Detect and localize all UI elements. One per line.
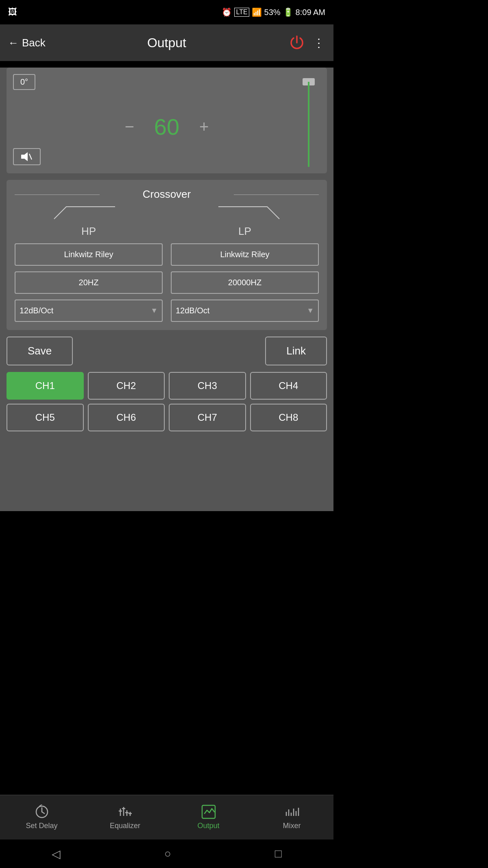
volume-increase-button[interactable]: + (199, 118, 209, 135)
output-icon (201, 805, 216, 819)
actions-row: Save Link (7, 337, 327, 365)
lp-frequency-button[interactable]: 20000HZ (171, 271, 319, 294)
channel-2-button[interactable]: CH2 (88, 372, 165, 400)
battery-icon: 🔋 (283, 7, 293, 17)
lp-label: LP (238, 225, 251, 238)
volume-section: 0° − 60 + (7, 68, 327, 173)
svg-line-2 (29, 154, 32, 160)
back-label: Back (22, 37, 46, 49)
crossover-section: Crossover HP Linkwitz Riley 20HZ 12dB/Oc… (7, 180, 327, 330)
status-bar: 🖼 ⏰ LTE 📶 53% 🔋 8:09 AM (0, 0, 333, 24)
page-title: Output (147, 35, 186, 50)
time-display: 8:09 AM (296, 8, 325, 17)
output-label: Output (197, 822, 219, 830)
lp-filter-button[interactable]: Linkwitz Riley (171, 243, 319, 266)
back-button[interactable]: ← Back (8, 37, 46, 49)
hp-frequency-button[interactable]: 20HZ (15, 271, 163, 294)
phase-value: 0° (20, 77, 28, 86)
nav-equalizer[interactable]: Equalizer (83, 801, 167, 833)
lp-column: LP Linkwitz Riley 20000HZ 12dB/Oct ▼ (171, 223, 319, 322)
system-back-button[interactable]: ◁ (39, 843, 73, 865)
channel-5-button[interactable]: CH5 (7, 404, 84, 431)
lp-slope-dropdown[interactable]: 12dB/Oct ▼ (171, 300, 319, 322)
system-recents-button[interactable]: □ (263, 843, 294, 864)
volume-controls: − 60 + (13, 114, 320, 140)
nav-output[interactable]: Output (167, 801, 250, 833)
hp-bracket-icon (50, 205, 131, 221)
equalizer-label: Equalizer (110, 822, 140, 830)
slider-track-line (308, 82, 309, 167)
battery-percent: 53% (264, 8, 281, 17)
lte-label: LTE (234, 8, 249, 17)
mute-button[interactable] (13, 148, 41, 165)
system-nav: ◁ ○ □ (0, 840, 333, 868)
channel-7-button[interactable]: CH7 (169, 404, 246, 431)
system-home-button[interactable]: ○ (152, 843, 183, 864)
signal-icon: 📶 (252, 7, 262, 17)
main-content: 0° − 60 + Crossover (0, 68, 333, 511)
more-options-button[interactable]: ⋮ (313, 36, 325, 50)
nav-set-delay[interactable]: Set Delay (0, 801, 83, 833)
channel-4-button[interactable]: CH4 (250, 372, 327, 400)
link-button[interactable]: Link (265, 337, 327, 365)
channel-1-button[interactable]: CH1 (7, 372, 84, 400)
lp-bracket-icon (202, 205, 283, 221)
svg-marker-1 (24, 152, 28, 161)
set-delay-icon (35, 805, 49, 819)
back-arrow-icon: ← (8, 37, 19, 49)
hp-slope-arrow-icon: ▼ (150, 306, 158, 315)
svg-rect-0 (21, 155, 24, 159)
hp-label: HP (81, 225, 96, 238)
nav-mixer[interactable]: Mixer (250, 801, 333, 833)
lp-slope-arrow-icon: ▼ (307, 306, 314, 315)
hp-filter-button[interactable]: Linkwitz Riley (15, 243, 163, 266)
mixer-label: Mixer (283, 822, 301, 830)
channel-6-button[interactable]: CH6 (88, 404, 165, 431)
phase-button[interactable]: 0° (13, 74, 35, 90)
svg-line-5 (42, 812, 44, 813)
top-nav: ← Back Output ⋮ (0, 24, 333, 61)
alarm-icon: ⏰ (222, 7, 232, 17)
volume-slider[interactable] (303, 74, 315, 167)
hp-column: HP Linkwitz Riley 20HZ 12dB/Oct ▼ (15, 223, 163, 322)
channel-3-button[interactable]: CH3 (169, 372, 246, 400)
crossover-columns: HP Linkwitz Riley 20HZ 12dB/Oct ▼ LP Lin… (15, 223, 319, 322)
set-delay-label: Set Delay (26, 822, 57, 830)
equalizer-icon (118, 805, 133, 819)
power-button[interactable] (288, 34, 306, 52)
mixer-icon (285, 805, 299, 819)
channel-grid: CH1 CH2 CH3 CH4 CH5 CH6 CH7 CH8 (7, 372, 327, 431)
bottom-nav: Set Delay Equalizer Output (0, 795, 333, 840)
crossover-title: Crossover (15, 188, 319, 201)
status-image-icon: 🖼 (8, 7, 17, 17)
volume-decrease-button[interactable]: − (125, 118, 134, 135)
save-button[interactable]: Save (7, 337, 73, 365)
volume-value: 60 (150, 114, 183, 140)
channel-8-button[interactable]: CH8 (250, 404, 327, 431)
hp-slope-dropdown[interactable]: 12dB/Oct ▼ (15, 300, 163, 322)
